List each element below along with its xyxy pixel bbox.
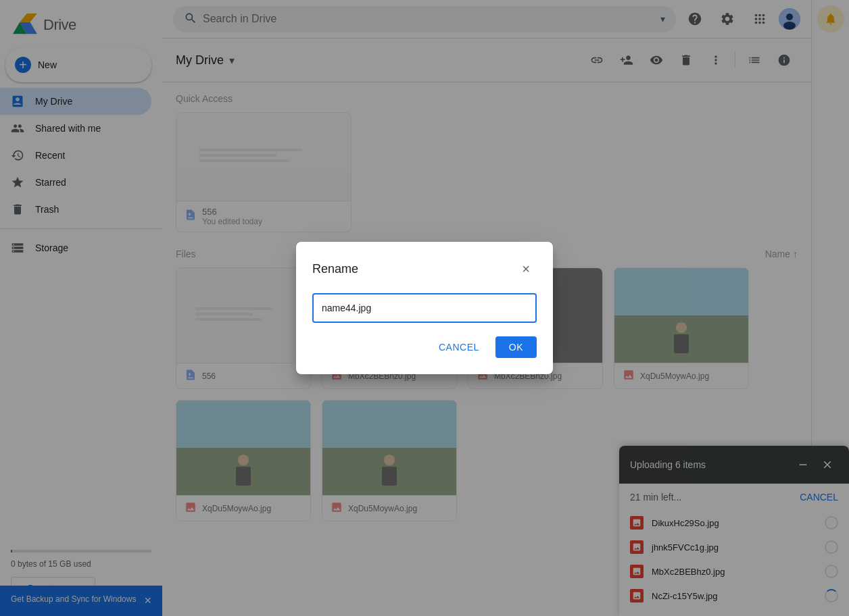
modal-overlay: Rename × CANCEL OK [0, 0, 849, 616]
rename-dialog-actions: CANCEL OK [312, 336, 537, 358]
rename-dialog-title: Rename [312, 262, 358, 276]
rename-input[interactable] [312, 293, 537, 323]
rename-cancel-button[interactable]: CANCEL [428, 336, 490, 358]
rename-ok-button[interactable]: OK [495, 336, 537, 358]
rename-dialog: Rename × CANCEL OK [296, 242, 553, 374]
rename-close-button[interactable]: × [515, 258, 537, 280]
rename-dialog-header: Rename × [312, 258, 537, 280]
